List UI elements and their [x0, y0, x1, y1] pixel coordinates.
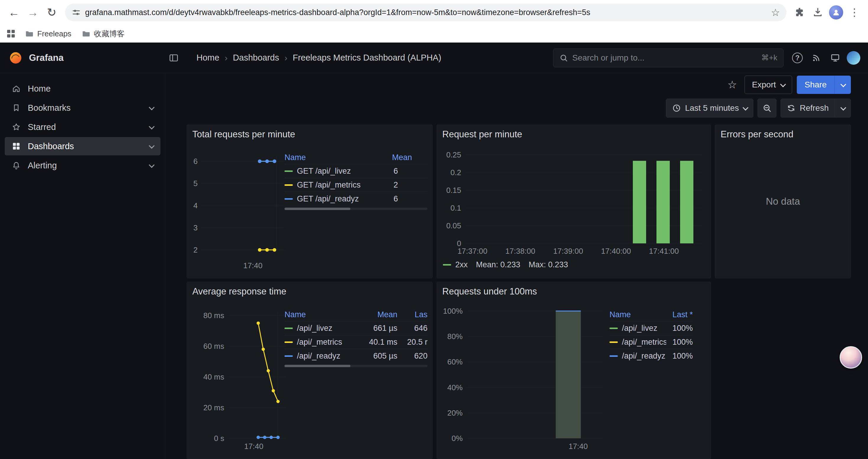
panel-title[interactable]: Request per minute	[442, 129, 522, 140]
legend-scrollbar[interactable]	[284, 208, 428, 210]
legend-col-name[interactable]: Name	[610, 310, 666, 319]
panel-average-response-time: Average response time 80 ms60 ms40 ms20 …	[187, 282, 433, 459]
site-info-icon[interactable]	[71, 8, 81, 17]
favorite-star-button[interactable]: ☆	[724, 77, 740, 93]
person-icon	[832, 8, 840, 17]
export-button[interactable]: Export	[745, 76, 792, 94]
browser-toolbar: ← → ↻ grafana.mathmast.com/d/deytv4rwava…	[0, 0, 868, 25]
legend-row: GET /api/_livez 6	[284, 164, 428, 178]
legend-row: /api/_readyz 605 µs 620	[284, 349, 428, 363]
legend-series-toggle[interactable]: /api/_readyz	[610, 352, 666, 361]
home-icon	[12, 84, 21, 93]
legend-col-name[interactable]: Name	[284, 310, 359, 319]
chevron-down-icon[interactable]	[149, 162, 155, 168]
svg-text:0.15: 0.15	[446, 186, 461, 195]
no-data-message: No data	[715, 125, 850, 278]
apps-grid-icon[interactable]	[7, 30, 15, 37]
chevron-down-icon[interactable]	[149, 104, 155, 110]
panel-title[interactable]: Total requests per minute	[192, 129, 295, 140]
legend-series-toggle[interactable]: /api/_metrics	[284, 338, 359, 347]
svg-text:17:37:00: 17:37:00	[457, 247, 487, 256]
legend-series-toggle[interactable]: /api/_livez	[284, 324, 359, 333]
display-icon[interactable]	[828, 51, 843, 65]
sidebar-toggle-icon[interactable]	[168, 53, 179, 63]
assistant-avatar[interactable]	[840, 346, 862, 369]
series-dash	[610, 355, 618, 357]
downloads-icon[interactable]	[809, 4, 826, 21]
panel-title[interactable]: Requests under 100ms	[442, 286, 537, 297]
svg-text:40 ms: 40 ms	[203, 372, 224, 381]
legend-series-toggle[interactable]: GET /api/_readyz	[284, 194, 392, 203]
breadcrumb-dashboards[interactable]: Dashboards	[233, 53, 279, 63]
search-shortcut: ⌘+k	[761, 53, 777, 62]
url-bar[interactable]: grafana.mathmast.com/d/deytv4rwavabkb/fr…	[65, 4, 786, 21]
refresh-interval-dropdown[interactable]	[835, 99, 850, 117]
zoom-out-icon	[762, 103, 772, 113]
sidebar-item-alerting[interactable]: Alerting	[5, 156, 160, 174]
breadcrumb: Home › Dashboards › Freeleaps Metrics Da…	[196, 53, 441, 63]
legend-series-toggle[interactable]: /api/_livez	[610, 324, 666, 333]
bookmark-item-blogs[interactable]: 收藏博客	[82, 29, 125, 39]
browser-back-button[interactable]: ←	[5, 4, 23, 21]
sidebar-item-home[interactable]: Home	[5, 79, 160, 98]
svg-text:0.1: 0.1	[451, 203, 461, 212]
legend-series-toggle[interactable]: /api/_readyz	[284, 352, 359, 361]
legend-col-mean[interactable]: Mean	[392, 153, 428, 162]
sidebar-item-bookmarks[interactable]: Bookmarks	[5, 99, 160, 117]
series-dash	[443, 264, 451, 266]
series-dash	[284, 198, 293, 200]
legend-series-toggle[interactable]: 2xx	[443, 260, 468, 269]
legend-col-last[interactable]: Las	[402, 310, 428, 319]
search-input[interactable]: Search or jump to... ⌘+k	[553, 48, 783, 67]
star-icon	[12, 123, 21, 131]
news-icon[interactable]	[809, 51, 824, 65]
share-dropdown-button[interactable]	[834, 76, 851, 94]
url-text: grafana.mathmast.com/d/deytv4rwavabkb/fr…	[85, 8, 767, 17]
sidebar-item-dashboards[interactable]: Dashboards	[5, 137, 160, 155]
legend-col-name[interactable]: Name	[284, 153, 392, 162]
svg-text:17:40:00: 17:40:00	[601, 247, 631, 256]
help-icon[interactable]: ?	[790, 51, 805, 65]
share-button[interactable]: Share	[797, 76, 851, 94]
legend-col-mean[interactable]: Mean	[359, 310, 397, 319]
series-dash	[610, 328, 618, 329]
refresh-icon	[787, 104, 796, 112]
legend-scrollbar[interactable]	[284, 365, 428, 367]
zoom-out-button[interactable]	[757, 99, 776, 118]
legend-series-toggle[interactable]: GET /api/_metrics	[284, 181, 392, 190]
svg-text:20%: 20%	[447, 408, 463, 417]
chevron-down-icon[interactable]	[149, 124, 155, 130]
legend-row: /api/_metrics 100%	[610, 335, 693, 349]
grafana-profile-avatar[interactable]	[847, 51, 860, 65]
request-per-minute-chart: 0.250.20.150.10.05017:37:0017:38:0017:39…	[442, 145, 705, 258]
chevron-down-icon	[742, 105, 748, 111]
refresh-button[interactable]: Refresh	[780, 99, 851, 118]
chevron-down-icon	[840, 81, 846, 88]
panel-title[interactable]: Average response time	[192, 286, 286, 297]
legend-col-last[interactable]: Last *	[666, 310, 693, 319]
bookmark-item-freeleaps[interactable]: Freeleaps	[25, 29, 71, 38]
svg-text:17:38:00: 17:38:00	[505, 247, 535, 256]
svg-text:17:41:00: 17:41:00	[649, 247, 679, 256]
legend-mean: Mean: 0.233	[476, 260, 520, 269]
time-range-picker[interactable]: Last 5 minutes	[666, 99, 753, 118]
grafana-logo[interactable]	[9, 51, 23, 65]
legend-table: Name Last * /api/_livez 100% /api/_metri…	[610, 308, 693, 363]
chevron-down-icon	[780, 81, 786, 88]
legend-row: GET /api/_readyz 6	[284, 192, 428, 205]
chevron-down-icon[interactable]	[149, 143, 155, 149]
svg-text:3: 3	[193, 223, 198, 232]
panel-requests-under-100ms: Requests under 100ms 100%80%60%40%20%0%1…	[437, 282, 711, 459]
sidebar-item-starred[interactable]: Starred	[5, 118, 160, 136]
browser-forward-button[interactable]: →	[24, 4, 41, 21]
panel-errors-per-second: Errors per second No data	[715, 125, 851, 278]
browser-profile-avatar[interactable]	[828, 4, 844, 21]
browser-menu-icon[interactable]: ⋮	[846, 4, 863, 21]
browser-reload-button[interactable]: ↻	[43, 4, 60, 21]
legend-series-toggle[interactable]: GET /api/_livez	[284, 167, 392, 176]
legend-series-toggle[interactable]: /api/_metrics	[610, 338, 666, 347]
breadcrumb-home[interactable]: Home	[196, 53, 219, 63]
search-placeholder: Search or jump to...	[572, 53, 644, 63]
extensions-icon[interactable]	[791, 4, 808, 21]
bookmark-star-icon[interactable]: ☆	[771, 6, 780, 18]
